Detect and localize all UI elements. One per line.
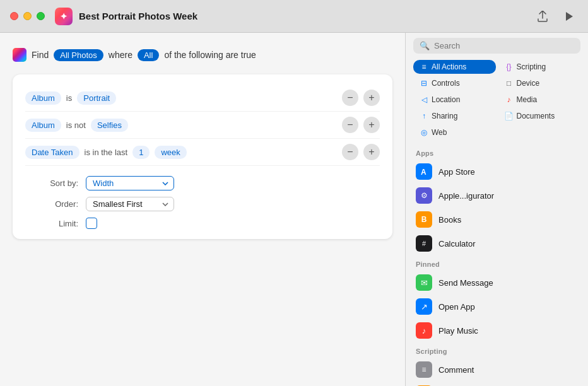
search-input[interactable] <box>434 41 574 50</box>
documents-icon: 📄 <box>505 112 514 120</box>
add-filter-1[interactable]: + <box>363 90 380 106</box>
titlebar-actions <box>534 8 578 25</box>
right-sidebar: 🔍 ≡ All Actions {} Scripting ⊟ Contr <box>405 33 588 386</box>
cat-documents[interactable]: 📄 Documents <box>498 109 581 123</box>
where-label: where <box>109 50 132 60</box>
main-content: Find All Photos where All of the followi… <box>0 33 588 386</box>
sort-row: Sort by: Width Height Date Name Random <box>40 176 380 190</box>
cat-scripting[interactable]: {} Scripting <box>498 60 581 74</box>
pinned-section-label: Pinned <box>408 255 585 271</box>
share-button[interactable] <box>534 8 551 25</box>
sort-label: Sort by: <box>40 178 78 188</box>
order-label: Order: <box>40 199 78 209</box>
minimize-button[interactable] <box>23 12 32 20</box>
sort-select[interactable]: Width Height Date Name Random <box>86 176 174 190</box>
find-label: Find <box>32 50 49 60</box>
remove-filter-2[interactable]: − <box>342 117 358 133</box>
filter-unit-3[interactable]: week <box>155 146 186 159</box>
limit-row: Limit: <box>40 218 380 229</box>
cat-device[interactable]: □ Device <box>498 76 581 90</box>
comment-label: Comment <box>438 365 474 375</box>
calculator-icon: # <box>416 235 432 252</box>
find-header: Find All Photos where All of the followi… <box>13 48 392 62</box>
sidebar-item-app-store[interactable]: A App Store <box>408 160 585 184</box>
filter-field-2[interactable]: Album <box>25 119 61 132</box>
category-grid: ≡ All Actions {} Scripting ⊟ Controls □ … <box>413 60 580 139</box>
filter-value-1[interactable]: Portrait <box>77 91 116 105</box>
search-icon: 🔍 <box>420 41 430 50</box>
run-button[interactable] <box>560 8 578 25</box>
all-pill[interactable]: All <box>138 49 159 61</box>
app-icon: ✦ <box>55 8 73 25</box>
filter-op-3: is in the last <box>85 148 128 157</box>
books-label: Books <box>438 215 461 225</box>
remove-filter-3[interactable]: − <box>342 144 358 160</box>
titlebar: ✦ Best Portrait Photos Week <box>0 0 588 33</box>
cat-media-label: Media <box>517 95 538 104</box>
sidebar-item-show-result[interactable]: ! Show Result <box>408 382 585 386</box>
media-icon: ♪ <box>505 95 514 104</box>
add-filter-2[interactable]: + <box>363 117 380 133</box>
cat-device-label: Device <box>517 79 540 88</box>
sidebar-item-calculator[interactable]: # Calculator <box>408 231 585 255</box>
cat-all-actions[interactable]: ≡ All Actions <box>413 60 496 74</box>
filter-num-3[interactable]: 1 <box>132 146 150 159</box>
filter-field-3[interactable]: Date Taken <box>25 146 79 159</box>
left-panel: Find All Photos where All of the followi… <box>0 33 405 386</box>
play-music-label: Play Music <box>438 326 478 336</box>
cat-sharing[interactable]: ↑ Sharing <box>413 109 496 123</box>
cat-sharing-label: Sharing <box>432 112 457 120</box>
play-music-icon: ♪ <box>416 322 432 339</box>
svg-text:A: A <box>421 168 426 176</box>
web-icon: ◎ <box>420 128 428 137</box>
maximize-button[interactable] <box>37 12 45 20</box>
cat-location[interactable]: ◁ Location <box>413 93 496 107</box>
controls-icon: ⊟ <box>420 79 428 88</box>
send-message-label: Send Message <box>438 278 493 288</box>
order-row: Order: Smallest First Largest First Olde… <box>40 197 380 211</box>
scripting-section-label: Scripting <box>408 342 585 358</box>
filter-row-1: Album is Portrait − + <box>25 85 380 112</box>
search-box: 🔍 <box>413 38 580 54</box>
app-store-icon: A <box>416 163 432 180</box>
sidebar-item-books[interactable]: B Books <box>408 208 585 231</box>
sharing-icon: ↑ <box>420 112 428 120</box>
cat-location-label: Location <box>432 95 460 104</box>
filter-value-2[interactable]: Selfies <box>91 119 128 132</box>
sidebar-list: Apps A App Store ⚙ Apple...igurator B Bo… <box>406 144 588 386</box>
limit-checkbox[interactable] <box>86 218 97 229</box>
device-icon: □ <box>505 79 514 88</box>
all-photos-pill[interactable]: All Photos <box>54 49 103 61</box>
apps-section-label: Apps <box>408 144 585 160</box>
filter-row-2: Album is not Selfies − + <box>25 112 380 139</box>
traffic-lights <box>10 12 45 20</box>
sidebar-top: 🔍 ≡ All Actions {} Scripting ⊟ Contr <box>406 33 588 144</box>
cat-web[interactable]: ◎ Web <box>413 126 496 139</box>
filter-op-2: is not <box>66 120 86 130</box>
add-filter-3[interactable]: + <box>363 144 380 160</box>
location-icon: ◁ <box>420 95 428 104</box>
calculator-label: Calculator <box>438 239 476 249</box>
filter-row-3: Date Taken is in the last 1 week − + <box>25 139 380 166</box>
cat-media[interactable]: ♪ Media <box>498 93 581 107</box>
books-icon: B <box>416 211 432 228</box>
cat-controls[interactable]: ⊟ Controls <box>413 76 496 90</box>
cat-documents-label: Documents <box>517 112 555 120</box>
order-select[interactable]: Smallest First Largest First Oldest Firs… <box>86 197 174 211</box>
filter-field-1[interactable]: Album <box>25 91 61 105</box>
sidebar-item-open-app[interactable]: ↗ Open App <box>408 295 585 319</box>
sidebar-item-comment[interactable]: ≡ Comment <box>408 358 585 382</box>
apple-configurator-label: Apple...igurator <box>438 191 494 201</box>
sidebar-item-play-music[interactable]: ♪ Play Music <box>408 319 585 342</box>
comment-icon: ≡ <box>416 361 432 378</box>
remove-filter-1[interactable]: − <box>342 90 358 106</box>
sort-section: Sort by: Width Height Date Name Random O… <box>25 176 380 229</box>
close-button[interactable] <box>10 12 18 20</box>
open-app-label: Open App <box>438 302 475 312</box>
window-title: Best Portrait Photos Week <box>79 11 534 21</box>
sidebar-item-send-message[interactable]: ✉ Send Message <box>408 271 585 295</box>
all-actions-icon: ≡ <box>420 62 428 71</box>
suffix-text: of the following are true <box>164 50 256 60</box>
sidebar-item-apple-configurator[interactable]: ⚙ Apple...igurator <box>408 184 585 208</box>
filter-op-1: is <box>66 93 72 103</box>
